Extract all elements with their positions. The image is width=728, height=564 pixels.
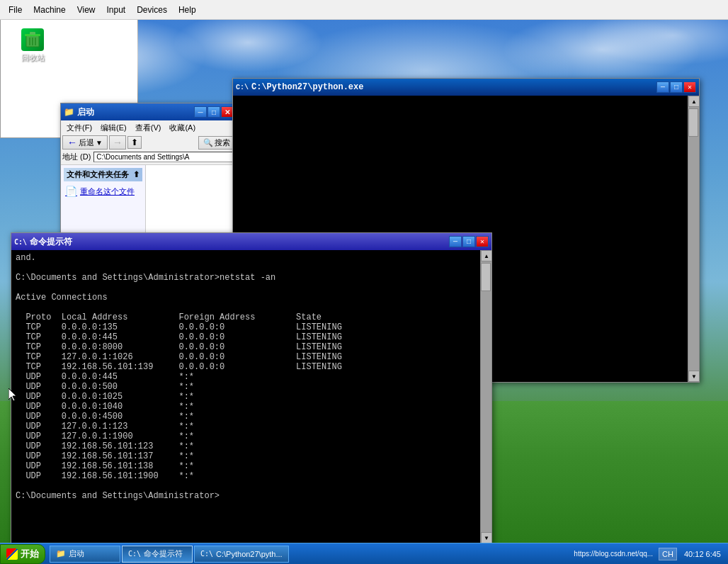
cmd-close-btn[interactable]: ✕ (476, 236, 489, 247)
explorer-search-btn[interactable]: 🔍 搜索 (198, 136, 235, 150)
cmd-scrollbar: ▲ ▼ (480, 250, 491, 543)
taskbar-python-icon: C:\ (200, 550, 213, 558)
explorer-toolbar: 文件(F) 编辑(E) 查看(V) 收藏(A) ← 后退 ▼ → ⬆ (61, 120, 237, 165)
menu-view[interactable]: View (72, 2, 101, 18)
explorer-address-bar-row: 地址 (D) C:\Documents and Settings\A (62, 151, 235, 163)
start-label: 开始 (21, 548, 39, 560)
menu-devices[interactable]: Devices (131, 2, 173, 18)
python-scroll-down[interactable]: ▼ (688, 371, 700, 382)
menu-machine[interactable]: Machine (28, 2, 71, 18)
python-scrollbar: ▲ ▼ (688, 96, 699, 382)
menu-input[interactable]: Input (101, 2, 132, 18)
explorer-address-input[interactable]: C:\Documents and Settings\A (93, 152, 235, 162)
explorer-restore-btn[interactable]: □ (207, 106, 220, 118)
python-close-btn[interactable]: ✕ (683, 81, 696, 93)
explorer-window: 📁 启动 ─ □ ✕ 文件(F) 编辑(E) 查看(V) 收藏(A) ← 后退 … (60, 103, 237, 241)
explorer-sidebar-section: 文件和文件夹任务 ⬆ (64, 168, 142, 181)
windows-logo (6, 548, 18, 560)
cmd-scroll-track[interactable] (481, 261, 491, 532)
taskbar-explorer-label: 启动 (69, 548, 84, 559)
python-controls: ─ □ ✕ (656, 81, 696, 93)
cmd-restore-btn[interactable]: □ (462, 236, 475, 247)
cmd-window: C:\ 命令提示符 ─ □ ✕ and. C:\Documents and Se… (11, 232, 492, 544)
menu-help[interactable]: Help (173, 2, 202, 18)
python-scroll-up[interactable]: ▲ (688, 96, 700, 107)
explorer-menu-favorites[interactable]: 收藏(A) (165, 122, 200, 134)
taskbar-python-label: C:\Python27\pyth... (216, 550, 283, 558)
python-restore-btn[interactable]: □ (670, 81, 683, 93)
explorer-up-btn[interactable]: ⬆ (127, 136, 142, 149)
taskbar: 开始 📁 启动 C:\ 命令提示符 C:\ C:\Python27\pyth..… (0, 543, 728, 564)
cmd-scroll-thumb[interactable] (481, 263, 491, 291)
taskbar-url: https://blog.csdn.net/qq... (571, 548, 656, 559)
desktop: File Machine View Input Devices Help 回收站… (0, 0, 728, 564)
taskbar-cmd-icon: C:\ (128, 550, 141, 558)
cmd-content-area: and. C:\Documents and Settings\Administr… (11, 250, 491, 543)
start-button[interactable]: 开始 (0, 544, 45, 564)
recycle-bin-label: 回收站 (21, 52, 45, 63)
cmd-title: 命令提示符 (30, 236, 446, 248)
recycle-bin-image (21, 28, 44, 51)
explorer-titlebar: 📁 启动 ─ □ ✕ (61, 103, 237, 120)
taskbar-item-python[interactable]: C:\ C:\Python27\pyth... (194, 546, 289, 563)
python-title: C:\Python27\python.exe (251, 82, 654, 92)
python-scroll-track[interactable] (688, 107, 699, 371)
taskbar-lang[interactable]: CH (659, 548, 677, 560)
taskbar-folder-icon: 📁 (56, 549, 66, 558)
explorer-menu: 文件(F) 编辑(E) 查看(V) 收藏(A) (62, 122, 235, 134)
cmd-content[interactable]: and. C:\Documents and Settings\Administr… (11, 250, 480, 543)
svg-rect-2 (30, 32, 35, 35)
cmd-titlebar: C:\ 命令提示符 ─ □ ✕ (11, 233, 491, 250)
taskbar-item-cmd[interactable]: C:\ 命令提示符 (122, 546, 193, 563)
taskbar-items: 📁 启动 C:\ 命令提示符 C:\ C:\Python27\pyth... (48, 543, 568, 564)
explorer-back-btn[interactable]: ← 后退 ▼ (62, 135, 108, 150)
vbox-menubar: File Machine View Input Devices Help (0, 0, 728, 20)
explorer-controls: ─ □ ✕ (194, 106, 234, 118)
taskbar-right: https://blog.csdn.net/qq... CH 40:12 6:4… (568, 543, 728, 564)
taskbar-cmd-label: 命令提示符 (144, 548, 183, 559)
cmd-minimize-btn[interactable]: ─ (449, 236, 462, 247)
cmd-scroll-down[interactable]: ▼ (481, 532, 492, 543)
python-titlebar: C:\ C:\Python27\python.exe ─ □ ✕ (233, 79, 699, 96)
cmd-scroll-up[interactable]: ▲ (481, 250, 492, 261)
taskbar-item-explorer[interactable]: 📁 启动 (50, 546, 120, 563)
explorer-menu-view[interactable]: 查看(V) (131, 122, 166, 134)
python-minimize-btn[interactable]: ─ (656, 81, 669, 93)
cmd-controls: ─ □ ✕ (449, 236, 489, 247)
taskbar-clock: 40:12 6:45 (680, 548, 725, 560)
recycle-bin-icon[interactable]: 回收站 (10, 26, 55, 66)
explorer-forward-btn[interactable]: → (109, 135, 126, 150)
explorer-nav: ← 后退 ▼ → ⬆ 🔍 搜索 (62, 134, 235, 151)
explorer-minimize-btn[interactable]: ─ (194, 106, 207, 118)
explorer-title: 启动 (77, 106, 191, 118)
menu-file[interactable]: File (3, 2, 28, 18)
explorer-menu-file[interactable]: 文件(F) (62, 122, 96, 134)
python-scroll-thumb[interactable] (688, 108, 698, 137)
explorer-address-label: 地址 (D) (62, 152, 91, 162)
explorer-sidebar-item-rename[interactable]: 📄 重命名这个文件 (64, 184, 142, 198)
explorer-menu-edit[interactable]: 编辑(E) (96, 122, 131, 134)
